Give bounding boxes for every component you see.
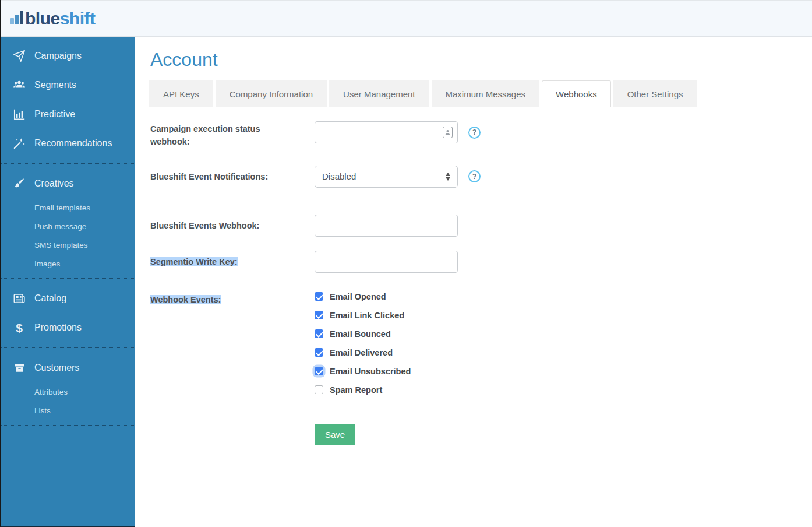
field-label: Blueshift Event Notifications:	[150, 170, 315, 183]
field-segmentio-key: Segmentio Write Key:	[150, 251, 812, 273]
checkbox-row-email-link-clicked: Email Link Clicked	[315, 311, 411, 320]
sidebar-item-predictive[interactable]: Predictive	[1, 100, 135, 129]
tab-maximum-messages[interactable]: Maximum Messages	[432, 80, 540, 107]
select-value: Disabled	[322, 171, 356, 181]
top-header: blueshift	[1, 0, 812, 37]
sidebar-item-customers[interactable]: Customers	[1, 353, 135, 382]
campaign-webhook-input[interactable]	[315, 121, 458, 143]
sidebar-item-label: Promotions	[34, 322, 82, 333]
sidebar-item-promotions[interactable]: $ Promotions	[1, 313, 135, 342]
save-button[interactable]: Save	[315, 424, 355, 445]
main-content: Account API Keys Company Information Use…	[135, 37, 812, 527]
dollar-icon: $	[12, 321, 27, 334]
events-webhook-input[interactable]	[315, 215, 458, 237]
sidebar-item-label: Predictive	[34, 109, 75, 120]
sidebar-sub-label: Lists	[34, 406, 51, 415]
webhook-events-list: Email Opened Email Link Clicked Email Bo…	[315, 292, 411, 445]
logo-text-blue: blue	[25, 9, 60, 28]
help-icon[interactable]: ?	[468, 170, 481, 182]
sidebar-item-label: Recommendations	[34, 138, 112, 149]
sidebar-item-label: Campaigns	[34, 51, 82, 61]
sidebar-item-segments[interactable]: Segments	[1, 71, 135, 100]
sidebar-nav: Campaigns Segments Predictive Recommenda…	[1, 37, 135, 527]
checkbox-row-email-delivered: Email Delivered	[315, 348, 411, 357]
tab-other-settings[interactable]: Other Settings	[613, 80, 697, 107]
sidebar-sub-label: SMS templates	[34, 241, 88, 250]
sidebar-item-label: Creatives	[34, 178, 74, 189]
email-link-clicked-checkbox[interactable]	[315, 311, 323, 319]
spam-report-checkbox[interactable]	[315, 385, 323, 394]
checkbox-row-email-opened: Email Opened	[315, 292, 411, 301]
newspaper-icon	[12, 292, 27, 305]
tab-user-management[interactable]: User Management	[329, 80, 429, 107]
sidebar-item-catalog[interactable]: Catalog	[1, 284, 135, 313]
bar-chart-logo-icon	[10, 11, 23, 24]
checkbox-row-email-unsubscribed: Email Unsubscribed	[315, 367, 411, 376]
email-opened-checkbox[interactable]	[315, 292, 323, 301]
sidebar-item-label: Customers	[34, 363, 79, 373]
paper-plane-icon	[12, 50, 27, 62]
event-notifications-select[interactable]: Disabled	[315, 166, 458, 188]
help-icon[interactable]: ?	[468, 127, 481, 139]
tab-webhooks[interactable]: Webhooks	[542, 80, 611, 107]
account-tabs: API Keys Company Information User Manage…	[135, 80, 812, 107]
users-icon	[12, 79, 27, 92]
paint-brush-icon	[12, 177, 27, 190]
field-campaign-webhook: Campaign execution status webhook: ?	[150, 121, 812, 149]
highlighted-label: Webhook Events:	[150, 295, 221, 304]
field-label: Campaign execution status webhook:	[150, 122, 315, 149]
sidebar-sub-label: Email templates	[34, 203, 90, 212]
magic-wand-icon	[12, 137, 27, 150]
checkbox-row-spam-report: Spam Report	[315, 385, 411, 395]
checkbox-label: Email Unsubscribed	[330, 367, 411, 376]
highlighted-label: Segmentio Write Key:	[150, 257, 238, 266]
sidebar-divider	[1, 347, 135, 348]
tab-api-keys[interactable]: API Keys	[149, 80, 213, 107]
checkbox-row-email-bounced: Email Bounced	[315, 329, 411, 339]
sidebar-item-sms-templates[interactable]: SMS templates	[1, 236, 135, 254]
checkbox-label: Spam Report	[330, 385, 382, 395]
email-delivered-checkbox[interactable]	[315, 348, 323, 357]
webhooks-form: Campaign execution status webhook: ? Blu…	[135, 107, 812, 445]
field-label: Webhook Events:	[150, 293, 315, 306]
sidebar-item-creatives[interactable]: Creatives	[1, 169, 135, 198]
checkbox-label: Email Bounced	[330, 329, 391, 339]
sidebar-item-push-message[interactable]: Push message	[1, 217, 135, 236]
checkbox-label: Email Link Clicked	[330, 311, 404, 320]
sidebar-sub-label: Push message	[34, 222, 86, 231]
sidebar-item-recommendations[interactable]: Recommendations	[1, 129, 135, 158]
bar-chart-icon	[12, 108, 27, 121]
checkbox-label: Email Delivered	[330, 348, 393, 357]
sidebar-item-campaigns[interactable]: Campaigns	[1, 41, 135, 71]
logo-text-shift: shift	[60, 9, 96, 28]
field-label: Blueshift Events Webhook:	[150, 219, 315, 232]
sidebar-sub-label: Images	[34, 259, 60, 268]
app-window: blueshift Campaigns Segments Predictive	[0, 0, 812, 527]
field-events-webhook: Blueshift Events Webhook:	[150, 215, 812, 237]
email-bounced-checkbox[interactable]	[315, 329, 323, 338]
field-label: Segmentio Write Key:	[150, 255, 315, 268]
sidebar-divider	[1, 425, 135, 426]
segmentio-key-input[interactable]	[315, 251, 458, 273]
field-event-notifications: Blueshift Event Notifications: Disabled …	[150, 166, 812, 188]
field-webhook-events: Webhook Events: Email Opened Email Link …	[150, 292, 812, 445]
sidebar-item-email-templates[interactable]: Email templates	[1, 198, 135, 217]
select-stepper-icon	[446, 173, 450, 181]
sidebar-divider	[1, 163, 135, 164]
autofill-contact-icon[interactable]	[443, 127, 453, 138]
email-unsubscribed-checkbox[interactable]	[315, 367, 323, 375]
sidebar-item-images[interactable]: Images	[1, 254, 135, 273]
sidebar-item-lists[interactable]: Lists	[1, 401, 135, 420]
checkbox-label: Email Opened	[330, 292, 386, 301]
sidebar-divider	[1, 278, 135, 279]
blueshift-logo[interactable]: blueshift	[10, 10, 96, 27]
tab-company-information[interactable]: Company Information	[216, 80, 327, 107]
sidebar-item-attributes[interactable]: Attributes	[1, 382, 135, 401]
sidebar-sub-label: Attributes	[34, 388, 68, 396]
page-title: Account	[150, 49, 812, 71]
archive-box-icon	[12, 361, 27, 374]
sidebar-item-label: Segments	[34, 80, 76, 90]
sidebar-item-label: Catalog	[34, 293, 66, 304]
